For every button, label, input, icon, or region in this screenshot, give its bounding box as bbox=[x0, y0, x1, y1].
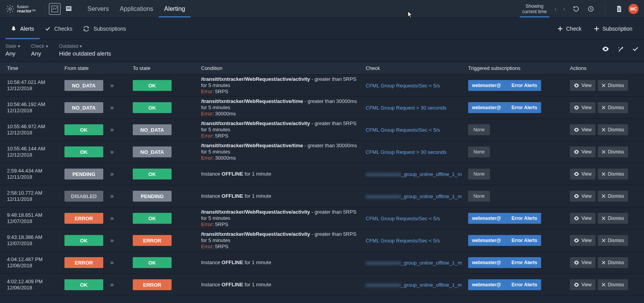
subscription-pill[interactable]: webmaster@Error Alerts bbox=[468, 102, 541, 113]
time-range[interactable]: Showingcurrent time bbox=[520, 0, 549, 17]
cell-from: ERROR» bbox=[62, 257, 130, 268]
col-from[interactable]: From state bbox=[62, 65, 130, 71]
dashboard-icon[interactable] bbox=[49, 3, 60, 14]
nav-alerting[interactable]: Alerting bbox=[159, 0, 191, 17]
notes-icon[interactable] bbox=[63, 3, 74, 14]
filter-check[interactable]: Check ▾ Any bbox=[31, 44, 48, 57]
subscription-pill[interactable]: webmaster@Error Alerts bbox=[468, 213, 541, 224]
dismiss-button[interactable]: Dismiss bbox=[598, 169, 628, 179]
cell-actions: View Dismiss bbox=[568, 124, 641, 135]
time-next[interactable]: › bbox=[562, 4, 567, 14]
state-badge: OK bbox=[133, 213, 172, 224]
check-link[interactable]: _group_online_offline_1_m bbox=[401, 260, 462, 266]
dismiss-button[interactable]: Dismiss bbox=[598, 213, 628, 224]
subtab-subscriptions[interactable]: Subscriptions bbox=[78, 18, 131, 39]
col-time[interactable]: Time bbox=[0, 65, 62, 71]
check-link[interactable]: CFML Group Request > 30 seconds bbox=[366, 105, 446, 111]
state-badge: OK bbox=[64, 279, 103, 290]
svg-point-11 bbox=[622, 48, 623, 49]
svg-rect-8 bbox=[618, 10, 620, 10]
view-button[interactable]: View bbox=[570, 191, 595, 202]
subscription-pill[interactable]: webmaster@Error Alerts bbox=[468, 80, 541, 91]
view-button[interactable]: View bbox=[570, 80, 595, 91]
check-link[interactable]: _group_online_offline_1_m bbox=[401, 282, 462, 288]
view-button[interactable]: View bbox=[570, 124, 595, 135]
check-link[interactable]: CFML Group Requests/Sec < 5/s bbox=[366, 238, 440, 244]
cell-check: xxxxxxxxxxxxxx_group_online_offline_1_m bbox=[363, 282, 466, 288]
svg-point-10 bbox=[618, 47, 619, 48]
eye-icon[interactable] bbox=[602, 47, 609, 53]
filter-state[interactable]: State ▾ Any bbox=[5, 44, 20, 57]
alerts-table: Time From state To state Condition Check… bbox=[0, 62, 644, 303]
view-button[interactable]: View bbox=[570, 102, 595, 113]
subtabs: Alerts Checks Subscriptions Check Subscr… bbox=[0, 18, 644, 40]
dismiss-button[interactable]: Dismiss bbox=[598, 146, 628, 157]
dismiss-button[interactable]: Dismiss bbox=[598, 124, 628, 135]
document-icon[interactable] bbox=[614, 3, 625, 14]
view-button[interactable]: View bbox=[570, 257, 595, 268]
cell-actions: View Dismiss bbox=[568, 279, 641, 290]
cell-check: CFML Group Requests/Sec < 5/s bbox=[363, 216, 466, 221]
view-button[interactable]: View bbox=[570, 169, 595, 179]
add-check-button[interactable]: Check bbox=[551, 18, 588, 39]
cell-actions: View Dismiss bbox=[568, 191, 641, 202]
state-badge: NO_DATA bbox=[64, 102, 103, 113]
dismiss-button[interactable]: Dismiss bbox=[598, 80, 628, 91]
cell-check: xxxxxxxxxxxxxx_group_online_offline_1_m bbox=[363, 193, 466, 199]
table-row: 2:58:10.772 AM12/11/2018DISABLED»PENDING… bbox=[0, 185, 644, 207]
check-link[interactable]: _group_online_offline_1_m bbox=[401, 193, 462, 199]
nav-servers[interactable]: Servers bbox=[82, 0, 114, 17]
col-trig[interactable]: Triggered subscriptions bbox=[466, 65, 568, 71]
view-button[interactable]: View bbox=[570, 146, 595, 157]
subtab-checks[interactable]: Checks bbox=[40, 18, 78, 39]
filter-outdated[interactable]: Outdated ▾ Hide outdated alerts bbox=[59, 44, 111, 57]
dismiss-button[interactable]: Dismiss bbox=[598, 235, 628, 246]
subscription-none: None bbox=[468, 191, 490, 202]
logo[interactable]: fusionreactor™ bbox=[5, 4, 36, 14]
check-link[interactable]: CFML Group Requests/Sec < 5/s bbox=[366, 216, 440, 221]
avatar[interactable]: MC bbox=[628, 4, 639, 14]
view-button[interactable]: View bbox=[570, 279, 595, 290]
check-link[interactable]: CFML Group Requests/Sec < 5/s bbox=[366, 83, 440, 89]
subscription-pill[interactable]: webmaster@Error Alerts bbox=[468, 235, 541, 246]
clock-icon[interactable] bbox=[585, 3, 596, 14]
cell-to: NO_DATA bbox=[130, 124, 199, 135]
state-badge: OK bbox=[64, 235, 103, 246]
subscription-pill[interactable]: webmaster@Error Alerts bbox=[468, 257, 541, 268]
state-badge: ERROR bbox=[133, 235, 172, 246]
col-to[interactable]: To state bbox=[130, 65, 199, 71]
wand-icon[interactable] bbox=[618, 47, 624, 53]
nav-applications[interactable]: Applications bbox=[114, 0, 158, 17]
col-cond[interactable]: Condition bbox=[199, 65, 363, 71]
add-subscription-button[interactable]: Subscription bbox=[588, 18, 639, 39]
check-link[interactable]: _group_online_offline_1_m bbox=[401, 171, 462, 177]
view-button[interactable]: View bbox=[570, 235, 595, 246]
refresh-icon[interactable] bbox=[571, 3, 582, 14]
checkmark-icon[interactable] bbox=[632, 47, 639, 53]
check-link[interactable]: CFML Group Requests/Sec < 5/s bbox=[366, 127, 440, 133]
cell-condition: /transit/txntracker/WebRequest/active/ac… bbox=[199, 231, 363, 250]
check-link[interactable]: CFML Group Request > 30 seconds bbox=[366, 149, 446, 155]
subscription-pill[interactable]: webmaster@Error Alerts bbox=[468, 279, 541, 290]
cell-subscription: webmaster@Error Alerts bbox=[466, 235, 568, 246]
filterbar: State ▾ Any Check ▾ Any Outdated ▾ Hide … bbox=[0, 40, 644, 62]
dismiss-button[interactable]: Dismiss bbox=[598, 257, 628, 268]
logo-icon bbox=[5, 4, 15, 14]
time-prev[interactable]: ‹ bbox=[553, 4, 558, 14]
dismiss-button[interactable]: Dismiss bbox=[598, 102, 628, 113]
dismiss-button[interactable]: Dismiss bbox=[598, 279, 628, 290]
plus-icon bbox=[594, 26, 599, 31]
eye-icon bbox=[574, 239, 579, 242]
state-badge: OK bbox=[133, 257, 172, 268]
cell-subscription: webmaster@Error Alerts bbox=[466, 213, 568, 224]
topbar: fusionreactor™ Servers Applications Aler… bbox=[0, 0, 644, 18]
cell-time: 10:55:46.972 AM12/12/2018 bbox=[0, 124, 62, 136]
state-badge: NO_DATA bbox=[64, 80, 103, 91]
col-check[interactable]: Check bbox=[363, 65, 466, 71]
arrow-icon: » bbox=[110, 237, 114, 244]
dismiss-button[interactable]: Dismiss bbox=[598, 191, 628, 202]
subtab-alerts[interactable]: Alerts bbox=[5, 18, 40, 39]
cell-check: CFML Group Requests/Sec < 5/s bbox=[363, 238, 466, 244]
view-button[interactable]: View bbox=[570, 213, 595, 224]
cell-check: CFML Group Request > 30 seconds bbox=[363, 149, 466, 155]
